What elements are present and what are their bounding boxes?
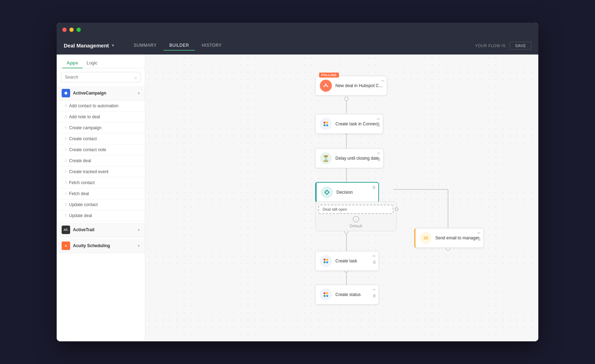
item-label: Add note to deal [69,114,100,119]
minimize-button[interactable] [69,28,74,32]
delete-icon[interactable]: 🗑 [377,123,381,128]
add-branch-button[interactable]: + [353,216,359,222]
delete-icon[interactable]: 🗑 [373,293,376,298]
node-send-email-label: Send email to manager [435,235,479,240]
node-decision[interactable]: Decision 🗑 [315,182,379,203]
svg-point-22 [326,122,328,124]
list-item[interactable]: ⠿Update contact [57,199,145,210]
list-item[interactable]: ⠿Create campaign [57,123,145,133]
delete-icon[interactable]: 🗑 [372,185,376,190]
svg-point-28 [326,261,328,263]
delay-icon: ⏳ [320,152,332,164]
node-delay-label: Delay until closing date [335,156,379,161]
list-item[interactable]: ⠿Add contact to automation [57,101,145,112]
tab-logic[interactable]: Logic [83,58,102,68]
app-header-acuity[interactable]: A Acuity Scheduling ▾ [57,239,145,253]
title-chevron-icon[interactable]: ▾ [112,43,114,48]
node-hubspot-label: New deal in Hubspot C... [335,83,382,88]
node-actions-connect: ✏ 🗑 [377,116,381,128]
activecampaign-items: ⠿Add contact to automation ⠿Add note to … [57,101,145,221]
item-label: Create tracked event [69,169,108,174]
node-send-email[interactable]: ✉ Send email to manager ✏ 🗑 [414,228,484,248]
tab-summary[interactable]: SUMMARY [128,41,163,51]
edit-icon[interactable]: ✏ [377,151,381,156]
node-actions-decision: 🗑 [372,185,376,190]
svg-point-32 [326,295,328,297]
item-label: Fetch deal [69,191,89,196]
canvas-inner: POLLING New deal in Hubspot C... ✏ [145,55,538,341]
app-section-acuity: A Acuity Scheduling ▾ [57,239,145,253]
app-header-activetrail[interactable]: AT. ActiveTrail ▾ [57,223,145,237]
svg-point-24 [326,124,328,126]
list-item[interactable]: ⠿Update deal [57,210,145,221]
delete-icon[interactable]: 🗑 [377,157,381,162]
edit-icon[interactable]: ✏ [373,254,376,259]
close-button[interactable] [62,28,67,32]
item-label: Update contact [69,202,98,207]
app-title-container: Deal Management ▾ [64,42,114,49]
flow-status-text: YOUR FLOW IS [475,44,505,48]
list-item[interactable]: ⠿Create deal [57,155,145,166]
drag-handle-icon: ⠿ [64,148,67,152]
drag-handle-icon: ⠿ [64,126,67,130]
tab-history[interactable]: HISTORY [196,41,227,51]
item-label: Create contact note [69,147,106,152]
list-item[interactable]: ⠿Add note to deal [57,112,145,123]
svg-point-21 [324,122,326,124]
traffic-lights [62,28,81,32]
app-title-text: Deal Management [64,42,109,49]
item-label: Create contact [69,136,97,141]
drag-handle-icon: ⠿ [64,192,67,196]
titlebar [57,23,538,37]
node-hubspot-trigger[interactable]: POLLING New deal in Hubspot C... ✏ [315,76,387,96]
edit-icon[interactable]: ✏ [381,78,385,84]
node-create-status-label: Create status [335,292,374,297]
acuity-icon: A [62,241,70,250]
search-icon: ⌕ [134,74,137,80]
email-icon: ✉ [420,232,432,244]
save-button[interactable]: SAVE [510,42,531,50]
list-item[interactable]: ⠿Fetch contact [57,177,145,188]
node-create-task-connect-label: Create task in Connect [335,121,379,126]
edit-icon[interactable]: ✏ [377,116,381,122]
activecampaign-chevron-icon: ▾ [138,91,140,96]
svg-point-30 [326,292,328,295]
list-item[interactable]: ⠿Create contact [57,133,145,144]
delete-icon[interactable]: 🗑 [477,237,481,242]
drag-handle-icon: ⠿ [64,137,67,141]
svg-point-29 [324,292,326,295]
delete-icon[interactable]: 🗑 [373,260,376,265]
drag-handle-icon: ⠿ [64,159,67,163]
flow-canvas[interactable]: POLLING New deal in Hubspot C... ✏ [145,55,538,341]
svg-point-31 [324,295,326,297]
edit-icon[interactable]: ✏ [373,287,376,292]
node-create-task-connect[interactable]: Create task in Connect ✏ 🗑 [315,114,383,134]
edit-icon[interactable]: ✏ [477,231,481,236]
tab-builder[interactable]: BUILDER [164,41,195,51]
app-section-activecampaign: ActiveCampaign ▾ ⠿Add contact to automat… [57,86,145,221]
drag-handle-icon: ⠿ [64,214,67,218]
node-delay[interactable]: ⏳ Delay until closing date ✏ 🗑 [315,148,384,168]
list-item[interactable]: ⠿Create contact note [57,144,145,155]
acuity-label: Acuity Scheduling [73,243,138,248]
app-section-activetrail: AT. ActiveTrail ▾ [57,223,145,237]
app-window: Deal Management ▾ SUMMARY BUILDER HISTOR… [57,23,538,341]
node-actions-task: ✏ 🗑 [373,254,376,265]
create-status-icon [320,289,332,301]
search-input[interactable] [61,72,141,83]
polling-badge: POLLING [319,73,339,78]
svg-marker-0 [64,91,68,95]
drag-handle-icon: ⠿ [64,115,67,119]
nav-right: YOUR FLOW IS SAVE [475,42,531,50]
tab-apps[interactable]: Apps [62,58,83,68]
node-create-task[interactable]: Create task ✏ 🗑 [315,251,379,271]
app-header-activecampaign[interactable]: ActiveCampaign ▾ [57,86,145,101]
drag-handle-icon: ⠿ [64,170,67,174]
list-item[interactable]: ⠿Fetch deal [57,188,145,199]
maximize-button[interactable] [76,28,81,32]
list-item[interactable]: ⠿Create tracked event [57,166,145,177]
deal-open-branch: Deal still open [318,205,393,214]
activetrail-chevron-icon: ▾ [138,228,140,232]
node-create-status[interactable]: Create status ✏ 🗑 [315,285,379,305]
acuity-chevron-icon: ▾ [138,244,140,248]
